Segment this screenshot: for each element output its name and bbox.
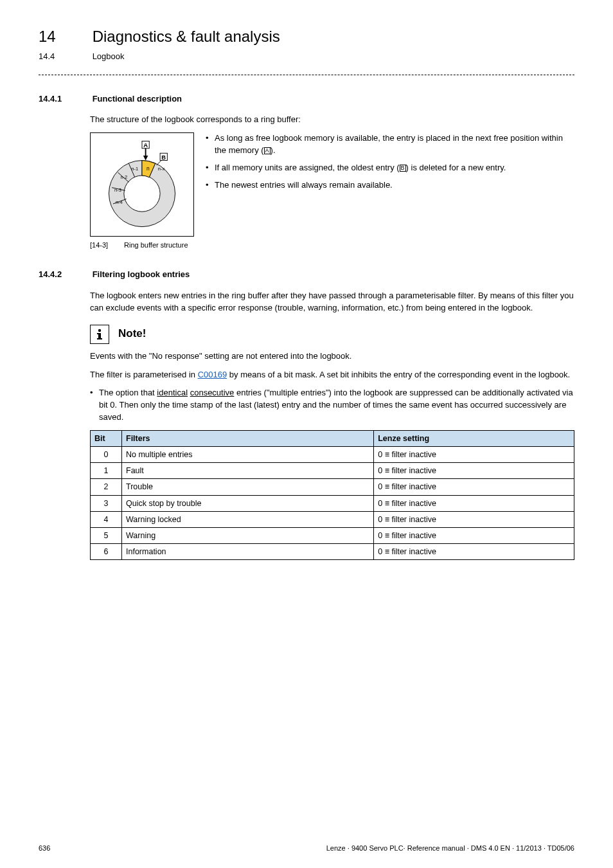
cell-setting: 0 ≡ filter inactive bbox=[374, 511, 574, 527]
cell-bit: 1 bbox=[91, 463, 122, 479]
note-text: Events with the "No response" setting ar… bbox=[90, 350, 574, 363]
text-frag: by means of a bit mask. A set bit inhibi… bbox=[227, 370, 570, 379]
table-row: 6Information0 ≡ filter inactive bbox=[91, 543, 574, 559]
cell-filter: No multiple entries bbox=[122, 447, 374, 463]
svg-text:n-4: n-4 bbox=[116, 199, 123, 205]
intro-text: The structure of the logbook corresponds… bbox=[90, 114, 574, 126]
info-icon bbox=[90, 325, 109, 344]
note-block: Note! bbox=[90, 325, 574, 344]
bullet-item: As long as free logbook memory is availa… bbox=[206, 132, 574, 157]
body-text: The filter is parameterised in C00169 by… bbox=[90, 369, 574, 381]
section-number: 14.4 bbox=[39, 51, 90, 63]
svg-point-21 bbox=[98, 329, 101, 332]
bullet-item: The option that identical consecutive en… bbox=[90, 387, 574, 424]
note-label: Note! bbox=[118, 326, 146, 342]
svg-marker-11 bbox=[143, 156, 148, 161]
subsection-heading: 14.4.2 Filtering logbook entries bbox=[39, 269, 574, 281]
col-bit: Bit bbox=[91, 431, 122, 447]
cell-filter: Quick stop by trouble bbox=[122, 495, 374, 511]
cell-setting: 0 ≡ filter inactive bbox=[374, 527, 574, 543]
label-b-inline: B bbox=[400, 165, 406, 172]
cell-bit: 3 bbox=[91, 495, 122, 511]
cell-bit: 2 bbox=[91, 479, 122, 495]
chapter-header: 14 Diagnostics & fault analysis bbox=[39, 26, 574, 48]
cell-bit: 5 bbox=[91, 527, 122, 543]
bullet-text: If all memory units are assigned, the ol… bbox=[215, 163, 400, 172]
subsection-title: Functional description bbox=[93, 94, 182, 104]
ring-buffer-svg: A B n n-1 n-2 n-3 n-4 n-x bbox=[94, 136, 190, 233]
svg-rect-24 bbox=[97, 338, 102, 339]
cell-bit: 6 bbox=[91, 543, 122, 559]
svg-line-14 bbox=[157, 161, 162, 166]
subsection-heading: 14.4.1 Functional description bbox=[39, 93, 574, 105]
caption-text: Ring buffer structure bbox=[124, 241, 188, 249]
cell-setting: 0 ≡ filter inactive bbox=[374, 479, 574, 495]
label-a-inline: A bbox=[264, 147, 271, 154]
cell-bit: 0 bbox=[91, 447, 122, 463]
table-row: 4Warning locked0 ≡ filter inactive bbox=[91, 511, 574, 527]
svg-text:n-x: n-x bbox=[158, 166, 165, 172]
cell-filter: Warning locked bbox=[122, 511, 374, 527]
table-header-row: Bit Filters Lenze setting bbox=[91, 431, 574, 447]
body-text: The logbook enters new entries in the ri… bbox=[90, 290, 574, 314]
table-row: 3Quick stop by trouble0 ≡ filter inactiv… bbox=[91, 495, 574, 511]
ring-buffer-figure: A B n n-1 n-2 n-3 n-4 n-x bbox=[90, 132, 194, 237]
cell-filter: Trouble bbox=[122, 479, 374, 495]
svg-rect-23 bbox=[97, 333, 100, 334]
cell-setting: 0 ≡ filter inactive bbox=[374, 463, 574, 479]
subsection-number: 14.4.2 bbox=[39, 269, 90, 281]
cell-setting: 0 ≡ filter inactive bbox=[374, 543, 574, 559]
text-frag: The option that bbox=[99, 388, 157, 397]
table-row: 0No multiple entries0 ≡ filter inactive bbox=[91, 447, 574, 463]
underline-text: consecutive bbox=[190, 388, 235, 397]
cell-filter: Fault bbox=[122, 463, 374, 479]
footer-info: Lenze · 9400 Servo PLC· Reference manual… bbox=[326, 844, 574, 854]
bullet-text: ) is deleted for a new entry. bbox=[406, 163, 506, 172]
svg-text:n: n bbox=[147, 165, 150, 172]
chapter-title: Diagnostics & fault analysis bbox=[93, 26, 280, 48]
cell-filter: Warning bbox=[122, 527, 374, 543]
cell-setting: 0 ≡ filter inactive bbox=[374, 447, 574, 463]
subsection-title: Filtering logbook entries bbox=[93, 269, 190, 279]
bullet-item: The newest entries will always remain av… bbox=[206, 179, 574, 192]
divider bbox=[39, 75, 574, 75]
section-header: 14.4 Logbook bbox=[39, 51, 574, 63]
chapter-number: 14 bbox=[39, 26, 90, 48]
table-row: 5Warning0 ≡ filter inactive bbox=[91, 527, 574, 543]
cell-filter: Information bbox=[122, 543, 374, 559]
svg-text:n-2: n-2 bbox=[120, 174, 127, 180]
figure-bullets: As long as free logbook memory is availa… bbox=[206, 132, 574, 196]
cell-bit: 4 bbox=[91, 511, 122, 527]
table-row: 2Trouble0 ≡ filter inactive bbox=[91, 479, 574, 495]
underline-text: identical bbox=[157, 388, 188, 397]
code-link[interactable]: C00169 bbox=[198, 370, 227, 379]
table-row: 1Fault0 ≡ filter inactive bbox=[91, 463, 574, 479]
figure-caption: [14-3] Ring buffer structure bbox=[90, 240, 574, 251]
svg-point-1 bbox=[124, 176, 160, 212]
col-setting: Lenze setting bbox=[374, 431, 574, 447]
svg-text:A: A bbox=[143, 142, 148, 149]
cell-setting: 0 ≡ filter inactive bbox=[374, 495, 574, 511]
bullet-item: If all memory units are assigned, the ol… bbox=[206, 162, 574, 174]
svg-text:B: B bbox=[161, 154, 166, 161]
page-footer: 636 Lenze · 9400 Servo PLC· Reference ma… bbox=[39, 844, 574, 854]
caption-tag: [14-3] bbox=[90, 240, 122, 251]
section-title: Logbook bbox=[93, 51, 125, 63]
col-filters: Filters bbox=[122, 431, 374, 447]
bullet-text: ). bbox=[271, 145, 276, 155]
filter-table: Bit Filters Lenze setting 0No multiple e… bbox=[90, 430, 574, 560]
svg-text:n-3: n-3 bbox=[114, 188, 121, 194]
subsection-number: 14.4.1 bbox=[39, 93, 90, 105]
text-frag: The filter is parameterised in bbox=[90, 370, 198, 379]
page-number: 636 bbox=[39, 844, 50, 854]
svg-text:n-1: n-1 bbox=[131, 166, 138, 172]
